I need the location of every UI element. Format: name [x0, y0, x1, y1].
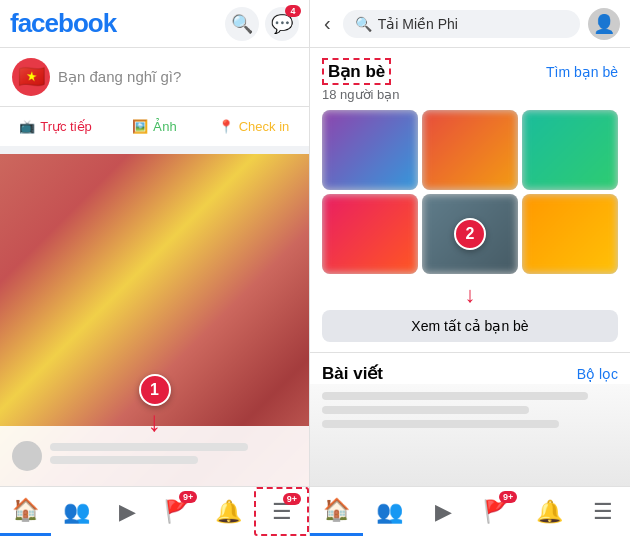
video-icon: ▶ — [119, 499, 136, 525]
nav-home[interactable]: 🏠 — [0, 487, 51, 536]
back-button[interactable]: ‹ — [320, 8, 335, 39]
avatar-icon: 👤 — [593, 13, 615, 35]
checkin-icon: 📍 — [218, 119, 234, 134]
annotation-1: 1 — [139, 374, 171, 406]
bell-icon: 🔔 — [215, 499, 242, 525]
posts-filter-link[interactable]: Bộ lọc — [577, 366, 618, 382]
search-bar[interactable]: 🔍 Tải Miền Phi — [343, 10, 580, 38]
live-label: Trực tiếp — [40, 119, 92, 134]
friend-thumb-5[interactable]: 2 — [422, 194, 518, 274]
people-icon: 👥 — [63, 499, 90, 525]
nav-flag[interactable]: 🚩 9+ — [152, 487, 203, 536]
friend-thumb-1[interactable] — [322, 110, 418, 190]
video-icon-right: ▶ — [435, 499, 452, 525]
friends-title: Bạn bè — [322, 58, 391, 85]
photo-icon: 🖼️ — [132, 119, 148, 134]
bell-icon-right: 🔔 — [536, 499, 563, 525]
flag-badge: 9+ — [179, 491, 197, 503]
friends-count: 18 người bạn — [322, 87, 618, 102]
friend-thumb-3[interactable] — [522, 110, 618, 190]
posts-title: Bài viết — [322, 363, 383, 384]
user-avatar[interactable]: 👤 — [588, 8, 620, 40]
post-box[interactable]: 🇻🇳 Bạn đang nghĩ gì? — [0, 48, 309, 107]
feed-post-avatar — [12, 441, 42, 471]
photo-button[interactable]: 🖼️ Ảnh — [107, 113, 202, 140]
post-placeholder-text: Bạn đang nghĩ gì? — [58, 68, 297, 86]
search-button[interactable]: 🔍 — [225, 7, 259, 41]
annotation-1-label: 1 — [150, 381, 159, 399]
menu-badge: 9+ — [283, 493, 301, 505]
live-icon: 📺 — [19, 119, 35, 134]
flag-badge-right: 9+ — [499, 491, 517, 503]
annotation-2-arrow: ↓ — [322, 282, 618, 308]
nav-bell[interactable]: 🔔 — [203, 487, 254, 536]
home-icon: 🏠 — [12, 497, 39, 523]
search-icon: 🔍 — [231, 13, 253, 35]
search-bar-text: Tải Miền Phi — [378, 16, 458, 32]
nav-bell-right[interactable]: 🔔 — [523, 487, 576, 536]
facebook-logo: facebook — [10, 8, 116, 39]
search-bar-icon: 🔍 — [355, 16, 372, 32]
nav-flag-right[interactable]: 🚩 9+ — [470, 487, 523, 536]
friends-grid: 2 — [322, 110, 618, 274]
photo-label: Ảnh — [153, 119, 176, 134]
nav-menu-right[interactable]: ☰ — [577, 487, 630, 536]
checkin-button[interactable]: 📍 Check in — [206, 113, 301, 140]
nav-video[interactable]: ▶ — [102, 487, 153, 536]
find-friends-link[interactable]: Tìm bạn bè — [546, 64, 618, 80]
checkin-label: Check in — [239, 119, 290, 134]
friends-section: Bạn bè Tìm bạn bè 18 người bạn 2 — [310, 48, 630, 353]
messenger-badge: 4 — [285, 5, 301, 17]
right-panel: Bạn bè Tìm bạn bè 18 người bạn 2 — [310, 48, 630, 486]
messenger-button[interactable]: 💬 4 — [265, 7, 299, 41]
posts-section: Bài viết Bộ lọc — [310, 353, 630, 384]
home-icon-right: 🏠 — [323, 497, 350, 523]
live-button[interactable]: 📺 Trực tiếp — [8, 113, 103, 140]
annotation-1-arrow: ↓ — [148, 406, 162, 438]
annotation-2-label: 2 — [466, 225, 475, 243]
nav-menu[interactable]: ☰ 9+ — [254, 487, 309, 536]
flag-emoji: 🇻🇳 — [18, 64, 45, 90]
people-icon-right: 👥 — [376, 499, 403, 525]
view-all-friends-button[interactable]: Xem tất cả bạn bè — [322, 310, 618, 342]
friend-thumb-4[interactable] — [322, 194, 418, 274]
nav-video-right[interactable]: ▶ — [417, 487, 470, 536]
friend-thumb-2[interactable] — [422, 110, 518, 190]
nav-people-right[interactable]: 👥 — [363, 487, 416, 536]
annotation-2: 2 — [454, 218, 486, 250]
friend-thumb-6[interactable] — [522, 194, 618, 274]
nav-people[interactable]: 👥 — [51, 487, 102, 536]
post-avatar: 🇻🇳 — [12, 58, 50, 96]
nav-home-right[interactable]: 🏠 — [310, 487, 363, 536]
menu-icon-right: ☰ — [593, 499, 613, 525]
